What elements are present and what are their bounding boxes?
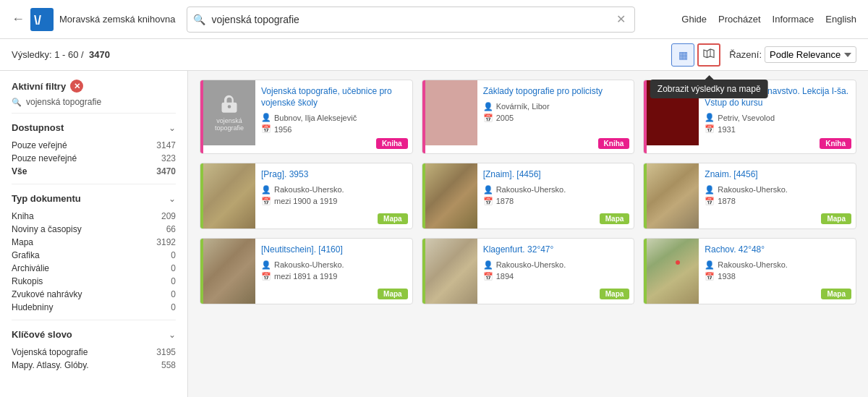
- card-8-thumb: [425, 239, 477, 304]
- filter-row-zvukove[interactable]: Zvukové nahrávky 0: [12, 288, 176, 301]
- back-button[interactable]: ←: [12, 12, 25, 27]
- card-6-body: Znaim. [4456] 👤 Rakousko-Uhersko. 📅 1878…: [699, 163, 856, 229]
- view-buttons: ▦ Zobrazit výsledky na mapě: [671, 43, 720, 67]
- card-3-year: 📅 1931: [705, 124, 850, 134]
- content-area: vojenskátopografie Vojenská topografie, …: [188, 71, 868, 397]
- person-icon-4: 👤: [261, 185, 271, 195]
- person-icon-8: 👤: [483, 260, 493, 270]
- card-3-body: Vojenne terenoznavstvo. Lekcija I-ša. Vs…: [699, 80, 856, 153]
- card-9-year: 📅 1938: [705, 272, 850, 281]
- grid-view-button[interactable]: ▦: [671, 43, 694, 67]
- card-9: Rachov. 42°48° 👤 Rakousko-Uhersko. 📅 193…: [643, 238, 856, 304]
- calendar-icon-3: 📅: [705, 124, 715, 134]
- card-5-title[interactable]: [Znaim]. [4456]: [483, 169, 629, 181]
- filter-row-hudebniny[interactable]: Hudebniny 0: [12, 301, 176, 314]
- divider-3: [12, 320, 176, 320]
- toolbar: Výsledky: 1 - 60 / 3470 ▦ Zobrazit výsle…: [0, 39, 868, 71]
- sort-label: Řazení:: [729, 49, 762, 60]
- card-1-year: 📅 1956: [261, 124, 407, 134]
- search-bar: 🔍 ✕: [187, 7, 635, 33]
- filter-row-neverejne[interactable]: Pouze neveřejné 323: [12, 152, 176, 165]
- card-3-title[interactable]: Vojenne terenoznavstvo. Lekcija I-ša. Vs…: [705, 86, 850, 108]
- clear-filters-button[interactable]: ✕: [70, 80, 83, 93]
- card-4: [Prag]. 3953 👤 Rakousko-Uhersko. 📅 mezi …: [200, 163, 413, 229]
- cards-grid: vojenskátopografie Vojenská topografie, …: [200, 80, 856, 304]
- person-icon-7: 👤: [261, 260, 271, 270]
- filter-row-archivalie[interactable]: Archiválie 0: [12, 262, 176, 275]
- map-view-button[interactable]: [697, 43, 720, 67]
- card-9-title[interactable]: Rachov. 42°48°: [705, 244, 850, 256]
- card-4-body: [Prag]. 3953 👤 Rakousko-Uhersko. 📅 mezi …: [255, 163, 412, 229]
- card-5-thumb: [425, 163, 477, 229]
- lock-icon: [219, 94, 239, 114]
- calendar-icon-9: 📅: [705, 272, 715, 281]
- calendar-icon-4: 📅: [261, 197, 271, 206]
- nav-ghide[interactable]: Ghide: [681, 14, 707, 25]
- map-icon: [703, 48, 715, 61]
- logo: \/ Moravská zemská knihovna: [30, 8, 175, 31]
- dostupnost-section-header: Dostupnost ⌄: [12, 122, 176, 133]
- typ-dokumentu-section-header: Typ dokumentu ⌄: [12, 193, 176, 204]
- active-filters-header: Aktivní filtry ✕: [12, 80, 176, 93]
- header-nav: Ghide Procházet Informace English: [681, 14, 856, 25]
- card-1-author: 👤 Bubnov, Ilja Aleksejevič: [261, 113, 407, 122]
- card-5-author: 👤 Rakousko-Uhersko.: [483, 185, 629, 195]
- calendar-icon-7: 📅: [261, 272, 271, 281]
- card-2: Základy topografie pro policisty 👤 Kovár…: [422, 80, 635, 154]
- nav-informace[interactable]: Informace: [773, 14, 814, 25]
- card-7-author: 👤 Rakousko-Uhersko.: [261, 260, 407, 270]
- main-layout: Aktivní filtry ✕ 🔍 vojenská topografie D…: [0, 71, 868, 397]
- person-icon-2: 👤: [483, 102, 493, 111]
- active-filter-item: 🔍 vojenská topografie: [12, 97, 176, 107]
- filter-row-grafika[interactable]: Grafika 0: [12, 249, 176, 262]
- card-2-thumb: [425, 80, 477, 145]
- card-5-year: 📅 1878: [483, 197, 629, 206]
- filter-row-vse[interactable]: Vše 3470: [12, 165, 176, 178]
- card-1-lock-label: vojenskátopografie: [215, 117, 244, 132]
- person-icon-5: 👤: [483, 185, 493, 195]
- filter-row-noviny[interactable]: Noviny a časopisy 66: [12, 223, 176, 236]
- filter-row-verejne[interactable]: Pouze veřejné 3147: [12, 139, 176, 152]
- card-1-body: Vojenská topografie, učebnice pro vojens…: [255, 80, 412, 153]
- card-6-badge: Mapa: [821, 213, 851, 224]
- card-2-year: 📅 2005: [483, 114, 629, 123]
- person-icon-9: 👤: [705, 260, 715, 270]
- card-8-author: 👤 Rakousko-Uhersko.: [483, 260, 629, 270]
- card-5: [Znaim]. [4456] 👤 Rakousko-Uhersko. 📅 18…: [422, 163, 635, 229]
- card-7-title[interactable]: [Neutitschein]. [4160]: [261, 244, 407, 256]
- card-2-title[interactable]: Základy topografie pro policisty: [483, 86, 629, 98]
- card-6-thumb: [647, 163, 699, 229]
- grid-icon: ▦: [678, 49, 688, 61]
- dostupnost-toggle-icon[interactable]: ⌄: [169, 123, 176, 133]
- filter-row-kniha[interactable]: Kniha 209: [12, 210, 176, 223]
- search-input[interactable]: [211, 14, 613, 25]
- card-4-author: 👤 Rakousko-Uhersko.: [261, 185, 407, 195]
- results-count: Výsledky: 1 - 60 / 3470: [12, 49, 671, 60]
- nav-prochazet[interactable]: Procházet: [718, 14, 761, 25]
- nav-english[interactable]: English: [825, 14, 856, 25]
- sort-select[interactable]: Podle Relevance Podle data Podle názvu: [765, 46, 856, 63]
- filter-search-icon: 🔍: [12, 98, 22, 107]
- typ-dokumentu-toggle-icon[interactable]: ⌄: [169, 194, 176, 204]
- calendar-icon-1: 📅: [261, 124, 271, 134]
- card-6-title[interactable]: Znaim. [4456]: [705, 169, 850, 181]
- active-filters-title: Aktivní filtry: [12, 81, 66, 92]
- search-clear-icon[interactable]: ✕: [613, 9, 629, 29]
- card-8: Klagenfurt. 32°47° 👤 Rakousko-Uhersko. 📅…: [422, 238, 635, 304]
- card-7-thumb: [203, 239, 255, 304]
- filter-row-mapy[interactable]: Mapy. Atlasy. Glóby. 558: [12, 359, 176, 372]
- card-4-title[interactable]: [Prag]. 3953: [261, 169, 407, 181]
- filter-row-mapa[interactable]: Mapa 3192: [12, 236, 176, 249]
- svg-text:\/: \/: [34, 13, 41, 27]
- header: ← \/ Moravská zemská knihovna 🔍 ✕ Ghide …: [0, 0, 868, 39]
- card-8-title[interactable]: Klagenfurt. 32°47°: [483, 244, 629, 256]
- card-6-author: 👤 Rakousko-Uhersko.: [705, 185, 850, 195]
- card-1-title[interactable]: Vojenská topografie, učebnice pro vojens…: [261, 86, 407, 108]
- filter-row-vojenska-topo[interactable]: Vojenská topografie 3195: [12, 346, 176, 359]
- card-3-thumb: [647, 80, 699, 145]
- card-9-thumb: [647, 239, 699, 304]
- calendar-icon-5: 📅: [483, 197, 493, 206]
- card-8-badge: Mapa: [600, 289, 630, 299]
- filter-row-rukopis[interactable]: Rukopis 0: [12, 275, 176, 288]
- klicove-slovo-toggle-icon[interactable]: ⌄: [169, 330, 176, 340]
